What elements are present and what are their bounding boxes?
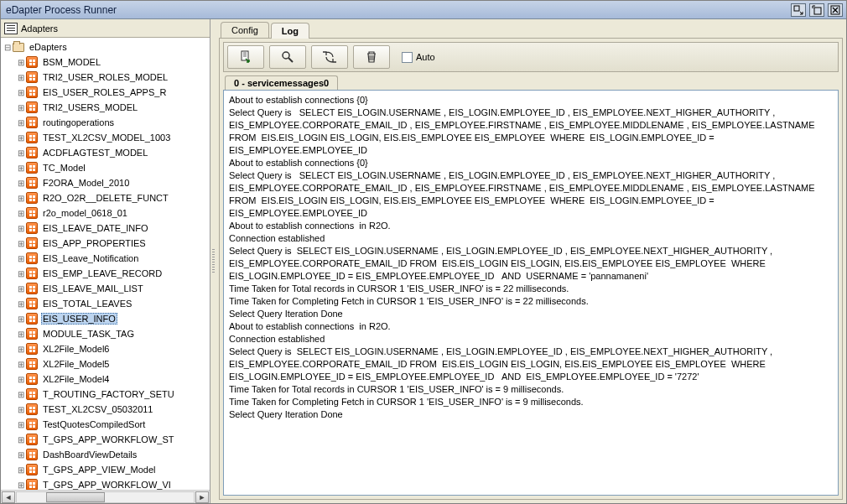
adapter-icon [26,479,38,490]
adapter-icon [26,192,38,204]
expander-icon[interactable]: ⊞ [16,284,26,294]
tree-item[interactable]: ⊞R2O_O2R__DELETE_FUNCT [3,190,210,205]
expander-icon[interactable]: ⊞ [16,58,26,67]
tree-item-label: TRI2_USERS_MODEL [41,101,139,113]
tree-item[interactable]: ⊞T_GPS_APP_WORKFLOW_ST [3,432,210,447]
tree-item[interactable]: ⊞r2o_model_0618_01 [3,205,210,221]
tree-item[interactable]: ⊞TC_Model [3,160,210,175]
log-line: About to establish connections in R2O. [229,220,833,232]
maximize-button[interactable] [809,3,824,17]
tree-item-label: T_GPS_APP_VIEW_Model [41,464,158,475]
scroll-right-button[interactable]: ► [195,491,209,503]
expander-icon[interactable]: ⊞ [16,133,26,143]
horizontal-scrollbar[interactable]: ◄ ► [1,490,210,503]
expander-icon[interactable]: ⊞ [16,390,26,399]
expander-icon[interactable]: ⊞ [16,118,26,127]
tree-item[interactable]: ⊞XL2File_Model5 [3,356,210,372]
expander-icon[interactable]: ⊞ [16,148,26,158]
expander-icon[interactable]: ⊞ [16,224,26,233]
expander-icon[interactable]: ⊞ [16,103,26,112]
expander-icon[interactable]: ⊞ [16,405,26,414]
minimize-button[interactable] [791,3,806,17]
tree-item[interactable]: ⊞MODULE_TASK_TAG [3,326,210,341]
tree-item[interactable]: ⊞EIS_APP_PROPERTIES [3,236,210,251]
expander-icon[interactable]: ⊞ [16,481,26,490]
expander-icon[interactable]: ⊞ [16,435,26,444]
tree-item-label: EIS_Leave_Notification [41,252,140,264]
refresh-button[interactable] [311,45,348,69]
expander-icon[interactable]: ⊞ [16,330,26,339]
tab-config[interactable]: Config [221,22,269,38]
adapter-icon [26,147,38,158]
adapters-header-icon [4,23,18,34]
tree-root[interactable]: ⊟eDapters [3,39,210,55]
tree-item-label: T_GPS_APP_WORKFLOW_VI [41,479,173,490]
scroll-left-button[interactable]: ◄ [2,491,15,503]
expander-icon[interactable]: ⊟ [3,43,13,52]
expander-icon[interactable]: ⊞ [16,239,26,248]
right-pane: ConfigLog [216,19,846,503]
find-button[interactable] [269,45,306,69]
scroll-track[interactable] [16,491,195,503]
tree-item[interactable]: ⊞EIS_Leave_Notification [3,251,210,266]
tree-item[interactable]: ⊞EIS_EMP_LEAVE_RECORD [3,266,210,281]
tree-item[interactable]: ⊞BSM_MODEL [3,55,210,70]
expander-icon[interactable]: ⊞ [16,360,26,369]
expander-icon[interactable]: ⊞ [16,450,26,460]
tree-item[interactable]: ⊞TEST_XL2CSV_05032011 [3,402,210,417]
log-text-area[interactable]: About to establish connections {0}Select… [223,90,839,496]
close-button[interactable] [828,3,843,17]
expander-icon[interactable]: ⊞ [16,179,26,188]
tree-item[interactable]: ⊞T_GPS_APP_WORKFLOW_VI [3,477,210,490]
scroll-thumb[interactable] [46,492,105,502]
adapters-header-label: Adapters [21,23,58,34]
expander-icon[interactable]: ⊞ [16,209,26,218]
tree-item[interactable]: ⊞TEST_XL2CSV_MODEL_1003 [3,130,210,145]
tree-item[interactable]: ⊞XL2File_Model4 [3,372,210,387]
tree-item-label: EIS_APP_PROPERTIES [41,237,148,249]
expander-icon[interactable]: ⊞ [16,254,26,263]
tree-item[interactable]: ⊞TRI2_USER_ROLES_MODEL [3,70,210,85]
log-line: About to establish connections in R2O. [229,320,833,333]
log-line: Select Query Iteration Done [229,408,833,421]
tree-item-label: XL2File_Model6 [41,343,112,355]
tree-item[interactable]: ⊞TestQuotesCompiledSort [3,417,210,432]
tree-item[interactable]: ⊞T_GPS_APP_VIEW_Model [3,462,210,477]
tree-item[interactable]: ⊞ACDFLAGTEST_MODEL [3,145,210,160]
expander-icon[interactable]: ⊞ [16,194,26,203]
adapters-header: Adapters [1,19,210,38]
expander-icon[interactable]: ⊞ [16,375,26,384]
expander-icon[interactable]: ⊞ [16,164,26,173]
expander-icon[interactable]: ⊞ [16,314,26,324]
expander-icon[interactable]: ⊞ [16,73,26,82]
expander-icon[interactable]: ⊞ [16,88,26,97]
tree-item-label: TestQuotesCompiledSort [41,418,147,430]
delete-button[interactable] [353,45,390,69]
tree-item[interactable]: ⊞EIS_LEAVE_MAIL_LIST [3,281,210,296]
adapter-icon [26,222,38,234]
tree-item[interactable]: ⊞XL2File_Model6 [3,341,210,356]
tree-item[interactable]: ⊞DashBoardViewDetails [3,447,210,462]
expander-icon[interactable]: ⊞ [16,465,26,475]
adapters-pane: Adapters ⊟eDapters⊞BSM_MODEL⊞TRI2_USER_R… [1,19,210,503]
expander-icon[interactable]: ⊞ [16,299,26,309]
tree-item[interactable]: ⊞EIS_LEAVE_DATE_INFO [3,221,210,236]
tab-log[interactable]: Log [271,23,309,39]
tree-item[interactable]: ⊞EIS_USER_INFO [3,311,210,326]
expander-icon[interactable]: ⊞ [16,269,26,278]
tree-item[interactable]: ⊞EIS_TOTAL_LEAVES [3,296,210,311]
tree-item[interactable]: ⊞T_ROUTING_FACTORY_SETU [3,387,210,402]
expander-icon[interactable]: ⊞ [16,345,26,354]
tree-item[interactable]: ⊞TRI2_USERS_MODEL [3,100,210,115]
adapters-tree[interactable]: ⊟eDapters⊞BSM_MODEL⊞TRI2_USER_ROLES_MODE… [1,38,210,490]
expander-icon[interactable]: ⊞ [16,420,26,429]
auto-checkbox[interactable]: Auto [402,52,435,63]
tree-item-label: EIS_USER_INFO [41,313,117,325]
tree-item[interactable]: ⊞EIS_USER_ROLES_APPS_R [3,85,210,100]
tree-item[interactable]: ⊞routingoperations [3,115,210,130]
open-file-button[interactable] [227,45,264,69]
log-line: Connection established [229,333,833,346]
tree-item[interactable]: ⊞F2ORA_Model_2010 [3,175,210,190]
log-line: Time Taken for Total records in CURSOR 1… [229,283,833,295]
subtab-servicemessages[interactable]: 0 - servicemessages0 [225,75,338,90]
